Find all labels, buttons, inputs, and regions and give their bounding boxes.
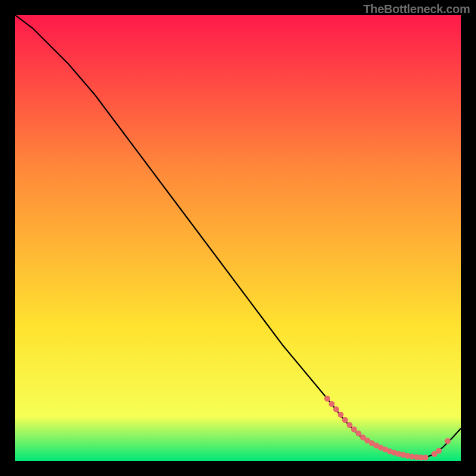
- marker-dot: [342, 417, 348, 423]
- marker-dot: [356, 431, 362, 437]
- marker-dot: [324, 396, 330, 402]
- marker-dot: [445, 438, 451, 444]
- marker-dot: [347, 422, 353, 428]
- marker-dot: [422, 455, 428, 461]
- marker-dot: [333, 406, 339, 412]
- marker-dot: [338, 412, 344, 418]
- marker-dot: [351, 427, 357, 433]
- chart-frame: TheBottleneck.com: [0, 0, 476, 476]
- gradient-background: [15, 15, 461, 461]
- bottleneck-chart: [15, 15, 461, 461]
- marker-dot: [329, 401, 335, 407]
- watermark-label: TheBottleneck.com: [364, 2, 470, 16]
- marker-dot: [436, 448, 442, 454]
